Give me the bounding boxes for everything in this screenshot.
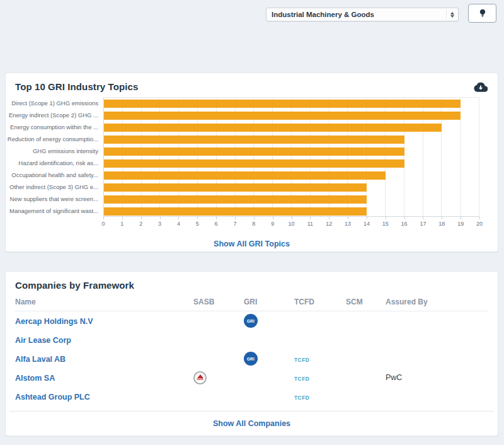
chart-category-labels: Direct (Scope 1) GHG emissionsEnergy ind… <box>6 97 103 217</box>
axis-tick-label: 2 <box>139 221 142 227</box>
axis-tick-mark <box>292 217 292 219</box>
column-header-sasb: SASB <box>193 298 244 306</box>
gri-bar-chart: Direct (Scope 1) GHG emissionsEnergy ind… <box>6 97 498 232</box>
axis-tick-label: 19 <box>457 221 464 227</box>
name-cell: Alstom SA <box>15 372 193 383</box>
bar-6[interactable] <box>104 159 404 168</box>
bar-1[interactable] <box>104 100 461 108</box>
axis-tick-label: 17 <box>420 221 426 227</box>
tcfd-framework-logo[interactable]: TCFD <box>294 357 309 363</box>
tcfd-cell: TCFD <box>294 353 346 364</box>
bar-2[interactable] <box>104 112 461 120</box>
cloud-download-icon[interactable] <box>474 81 488 93</box>
axis-tick-label: 13 <box>345 221 351 227</box>
bar-category-label: Energy indirect (Scope 2) GHG ... <box>6 109 103 121</box>
gri-topics-card: Top 10 GRI Industry Topics Direct (Scope… <box>5 72 498 252</box>
axis-tick-label: 9 <box>271 221 274 227</box>
companies-table-header: Name SASB GRI TCFD SCM Assured By <box>15 291 488 311</box>
bar-category-label: Reduction of energy consumptio... <box>6 133 103 145</box>
company-link[interactable]: Air Lease Corp <box>15 336 71 345</box>
gri-framework-badge[interactable]: GRI <box>244 314 258 328</box>
axis-tick-label: 20 <box>476 221 483 227</box>
axis-tick-label: 16 <box>401 221 408 227</box>
company-link[interactable]: Ashtead Group PLC <box>15 393 90 402</box>
bar-row <box>104 194 479 205</box>
bar-row <box>104 146 479 158</box>
bar-7[interactable] <box>104 171 386 180</box>
axis-tick-label: 8 <box>252 221 255 227</box>
bar-row <box>104 134 479 146</box>
bar-row <box>104 122 479 134</box>
axis-tick-mark <box>141 217 142 219</box>
sasb-cell: SASB <box>193 371 244 384</box>
axis-tick-mark <box>367 217 367 219</box>
axis-tick-mark <box>310 217 311 219</box>
show-all-gri-topics-link[interactable]: Show All GRI Topics <box>214 240 290 248</box>
company-link[interactable]: Aercap Holdings N.V <box>15 317 93 326</box>
bar-3[interactable] <box>104 124 442 132</box>
company-link[interactable]: Alfa Laval AB <box>15 355 66 364</box>
gri-cell: GRI <box>244 352 294 366</box>
axis-tick-label: 7 <box>233 221 236 227</box>
axis-tick-mark <box>348 217 348 219</box>
axis-tick-label: 5 <box>196 221 199 227</box>
bar-category-label: Direct (Scope 1) GHG emissions <box>6 97 103 109</box>
name-cell: Alfa Laval AB <box>15 353 193 364</box>
sasb-framework-icon[interactable]: SASB <box>193 371 207 384</box>
bar-category-label: Occupational health and safety... <box>6 169 103 181</box>
company-link[interactable]: Alstom SA <box>15 374 55 383</box>
column-header-name: Name <box>15 298 193 306</box>
bar-row <box>104 170 479 182</box>
bar-category-label: GHG emissions intensity <box>6 145 103 157</box>
bar-5[interactable] <box>104 147 404 156</box>
axis-tick-label: 4 <box>177 221 180 227</box>
axis-tick-mark <box>254 217 255 219</box>
axis-tick-mark <box>423 217 423 219</box>
axis-tick-mark <box>122 217 123 219</box>
name-cell: Aercap Holdings N.V <box>15 315 193 327</box>
axis-tick-mark <box>404 217 405 219</box>
bar-category-label: Energy consumption within the ... <box>6 121 103 133</box>
industry-select[interactable]: Industrial Machinery & Goods <box>266 8 459 21</box>
lightbulb-icon <box>478 8 488 18</box>
axis-tick-mark <box>461 217 461 219</box>
axis-tick-mark <box>160 217 161 219</box>
axis-tick-label: 10 <box>288 221 294 227</box>
companies-card-title: Companies by Framework <box>6 272 498 291</box>
bar-4[interactable] <box>104 136 404 144</box>
name-cell: Ashtead Group PLC <box>15 391 193 402</box>
assured-by-cell: PwC <box>386 373 488 382</box>
tcfd-cell: TCFD <box>294 372 346 383</box>
bar-category-label: New suppliers that were screen... <box>6 193 103 205</box>
bar-row <box>104 182 479 194</box>
gri-framework-badge[interactable]: GRI <box>244 352 258 366</box>
column-header-assured-by: Assured By <box>386 298 488 306</box>
topbar: Industrial Machinery & Goods <box>0 0 504 29</box>
bar-8[interactable] <box>104 183 367 192</box>
bar-10[interactable] <box>104 207 367 216</box>
table-row: Alfa Laval ABGRITCFD <box>15 349 488 368</box>
axis-tick-label: 15 <box>382 221 389 227</box>
show-all-companies-link[interactable]: Show All Companies <box>213 419 290 428</box>
axis-tick-mark <box>178 217 179 219</box>
bar-category-label: Management of significant wast... <box>6 205 103 217</box>
companies-by-framework-card: Companies by Framework Name SASB GRI TCF… <box>5 271 498 436</box>
axis-tick-label: 3 <box>158 221 161 227</box>
axis-tick-mark <box>197 217 198 219</box>
tcfd-framework-logo[interactable]: TCFD <box>294 376 309 382</box>
gri-cell: GRI <box>244 314 294 328</box>
table-row: Air Lease Corp <box>15 330 488 349</box>
axis-tick-label: 14 <box>364 221 370 227</box>
tcfd-framework-logo[interactable]: TCFD <box>294 395 309 401</box>
tcfd-cell: TCFD <box>294 391 346 402</box>
table-row: Ashtead Group PLCTCFD <box>15 387 488 406</box>
axis-tick-mark <box>329 217 329 219</box>
bar-9[interactable] <box>104 195 367 204</box>
table-row: Alstom SASASBTCFDPwC <box>15 368 488 387</box>
axis-tick-label: 18 <box>438 221 445 227</box>
bar-row <box>104 205 479 217</box>
column-header-gri: GRI <box>244 298 294 306</box>
chart-x-axis: 01234567891011121314151617181920 <box>103 217 479 232</box>
insight-button[interactable] <box>468 4 496 23</box>
bar-row <box>104 110 479 122</box>
